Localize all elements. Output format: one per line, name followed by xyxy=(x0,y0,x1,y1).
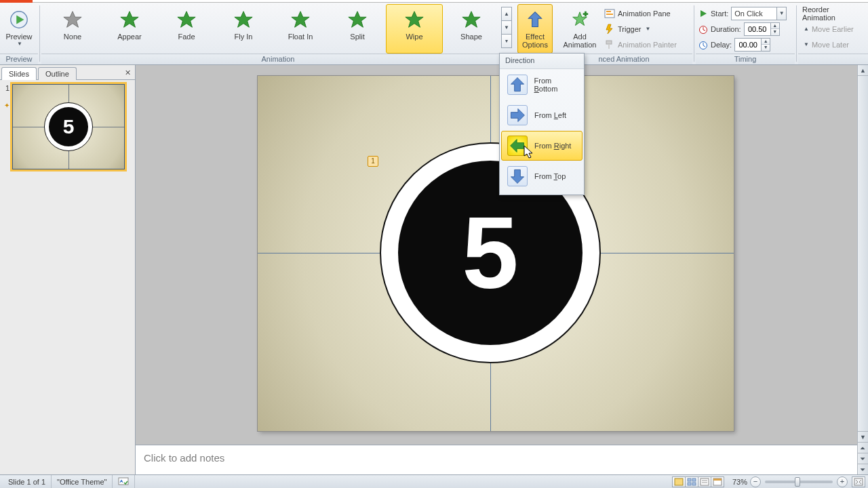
arrow-up-icon: ▲ xyxy=(804,26,809,32)
animation-split[interactable]: Split xyxy=(329,4,386,54)
gallery-scroll-up[interactable]: ▲ xyxy=(501,7,512,21)
svg-marker-7 xyxy=(349,12,366,27)
animation-fly-in[interactable]: Fly In xyxy=(215,4,272,54)
svg-rect-32 xyxy=(692,483,696,485)
svg-rect-28 xyxy=(675,479,683,485)
svg-marker-25 xyxy=(511,169,524,183)
svg-rect-15 xyxy=(606,14,613,15)
delay-icon xyxy=(698,40,708,49)
svg-rect-31 xyxy=(688,483,691,485)
ribbon-group-preview: Preview xyxy=(0,54,38,64)
chevron-down-icon[interactable]: ▼ xyxy=(776,7,786,20)
tab-outline[interactable]: Outline xyxy=(38,67,77,80)
scroll-up-icon[interactable]: ▲ xyxy=(858,65,868,76)
svg-marker-24 xyxy=(511,139,524,152)
gallery-more[interactable]: ▾ xyxy=(501,34,512,48)
svg-rect-37 xyxy=(713,479,722,481)
svg-marker-23 xyxy=(511,108,524,121)
arrow-icon xyxy=(507,75,528,95)
svg-marker-2 xyxy=(64,12,81,27)
close-panel-button[interactable]: ✕ xyxy=(122,67,133,78)
spellcheck-button[interactable] xyxy=(113,475,135,488)
reorder-animation-label: Reorder Animation xyxy=(802,6,865,21)
scroll-down-icon[interactable]: ▼ xyxy=(858,431,868,442)
ribbon-group-animation: Animation xyxy=(41,54,515,64)
animation-indicator-icon: ✦ xyxy=(3,102,9,109)
svg-rect-30 xyxy=(692,479,696,481)
view-reading-button[interactable] xyxy=(698,476,711,487)
view-slideshow-button[interactable] xyxy=(711,476,724,487)
star-icon xyxy=(176,7,197,32)
arrow-down-icon: ▼ xyxy=(804,41,809,47)
svg-rect-35 xyxy=(702,482,707,483)
duration-spinner[interactable]: ▲▼ xyxy=(744,22,780,36)
svg-rect-18 xyxy=(608,44,610,49)
start-label: Start: xyxy=(711,9,728,18)
arrow-icon xyxy=(507,136,528,156)
svg-marker-16 xyxy=(606,24,612,34)
start-combo[interactable]: On Click▼ xyxy=(731,7,787,20)
animation-order-tag[interactable]: 1 xyxy=(368,156,378,167)
svg-rect-38 xyxy=(854,479,863,485)
status-bar: Slide 1 of 1 "Office Theme" 73% − + xyxy=(0,474,868,488)
animation-wipe[interactable]: Wipe xyxy=(386,4,443,54)
zoom-value: 73% xyxy=(732,478,747,486)
duration-icon xyxy=(698,24,708,34)
add-animation-label: Add Animation xyxy=(564,33,597,49)
star-icon xyxy=(290,7,311,32)
direction-from-left[interactable]: From Left xyxy=(501,100,583,130)
animation-none[interactable]: None xyxy=(44,4,101,54)
vertical-scrollbar[interactable]: ▲ ▼ ⏶ ⏷ ⏷ xyxy=(857,65,868,474)
preview-icon xyxy=(9,7,29,32)
trigger-icon xyxy=(604,24,615,35)
status-theme: "Office Theme" xyxy=(52,475,113,488)
slide[interactable]: 5 1 xyxy=(258,76,734,431)
gallery-scroll-down[interactable]: ▼ xyxy=(501,20,512,35)
countdown-thumb: 5 xyxy=(49,107,88,146)
painter-icon xyxy=(604,39,615,50)
slide-number: 1 xyxy=(3,84,9,92)
delay-label: Delay: xyxy=(711,41,732,49)
arrow-up-icon xyxy=(526,7,545,32)
svg-marker-4 xyxy=(178,12,195,27)
svg-marker-9 xyxy=(462,12,480,27)
svg-marker-22 xyxy=(511,78,524,92)
menu-header-direction: Direction xyxy=(500,54,584,69)
zoom-out-button[interactable]: − xyxy=(750,476,761,487)
preview-label: Preview xyxy=(5,33,32,41)
animation-float-in[interactable]: Float In xyxy=(272,4,329,54)
svg-marker-6 xyxy=(292,12,309,27)
arrow-icon xyxy=(507,105,528,125)
next-slide-button-2[interactable]: ⏷ xyxy=(858,464,868,474)
preview-button[interactable]: Preview ▼ xyxy=(3,4,35,54)
effect-options-button[interactable]: Effect Options xyxy=(517,4,553,54)
zoom-in-button[interactable]: + xyxy=(837,476,848,487)
move-earlier-button: ▲Move Earlier xyxy=(802,22,865,37)
direction-from-right[interactable]: From Right xyxy=(501,131,583,161)
animation-fade[interactable]: Fade xyxy=(158,4,215,54)
add-animation-button[interactable]: Add Animation xyxy=(558,4,601,54)
direction-from-top[interactable]: From Top xyxy=(501,161,583,191)
svg-marker-3 xyxy=(121,12,138,27)
delay-spinner[interactable]: ▲▼ xyxy=(734,38,770,52)
animation-pane-button[interactable]: Animation Pane xyxy=(604,6,681,21)
star-icon xyxy=(233,7,254,32)
zoom-slider[interactable] xyxy=(765,481,833,483)
tab-slides[interactable]: Slides xyxy=(1,67,37,80)
arrow-icon xyxy=(507,166,528,186)
animation-shape[interactable]: Shape xyxy=(443,4,500,54)
prev-slide-button[interactable]: ⏶ xyxy=(858,442,868,453)
view-normal-button[interactable] xyxy=(672,476,686,487)
duration-label: Duration: xyxy=(711,25,741,33)
direction-from-bottom[interactable]: From Bottom xyxy=(501,70,583,100)
slide-thumbnail[interactable]: 5 xyxy=(12,84,125,169)
notes-pane[interactable]: Click to add notes xyxy=(136,445,857,474)
view-sorter-button[interactable] xyxy=(685,476,698,487)
svg-rect-27 xyxy=(119,478,128,485)
trigger-button[interactable]: Trigger▼ xyxy=(604,22,681,37)
spellcheck-icon xyxy=(118,477,129,487)
animation-appear[interactable]: Appear xyxy=(101,4,158,54)
slides-panel: Slides Outline ✕ 1 ✦ 5 xyxy=(0,65,136,474)
next-slide-button[interactable]: ⏷ xyxy=(858,453,868,464)
fit-to-window-button[interactable] xyxy=(852,476,865,487)
